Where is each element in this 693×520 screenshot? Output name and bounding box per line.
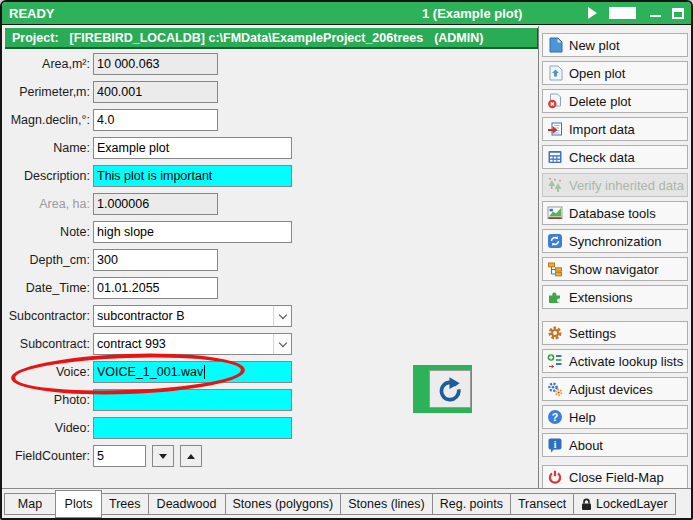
form-row: Magn.declin,°: bbox=[2, 109, 432, 131]
note-input[interactable] bbox=[93, 221, 292, 243]
photo-field[interactable] bbox=[93, 389, 292, 411]
sidebar-button-label: Extensions bbox=[569, 290, 633, 305]
subcontractor-value[interactable] bbox=[94, 306, 273, 326]
sidebar-button-label: Help bbox=[569, 410, 596, 425]
new-plot-button[interactable]: New plot bbox=[542, 33, 688, 57]
form-row: Subcontractor: bbox=[2, 305, 432, 327]
datetime-input[interactable] bbox=[93, 277, 218, 299]
sidebar-button-label: Adjust devices bbox=[569, 382, 653, 397]
verify-inherited-data-button: Verify inherited data bbox=[542, 173, 688, 197]
tab-plots[interactable]: Plots bbox=[55, 490, 102, 518]
text-caret bbox=[204, 365, 205, 379]
help-button[interactable]: ? Help bbox=[542, 405, 688, 429]
close-field-map-button[interactable]: Close Field-Map bbox=[542, 465, 688, 489]
depth-input[interactable] bbox=[93, 249, 218, 271]
tab-reg-points[interactable]: Reg. points bbox=[432, 493, 511, 515]
chevron-down-icon[interactable] bbox=[273, 334, 291, 354]
chevron-down-icon[interactable] bbox=[273, 306, 291, 326]
fieldcounter-label: FieldCounter: bbox=[2, 449, 90, 463]
tab-deadwood[interactable]: Deadwood bbox=[148, 493, 226, 515]
activate-lookup-lists-icon bbox=[547, 353, 563, 369]
sidebar-button-label: Delete plot bbox=[569, 94, 631, 109]
sidebar-button-label: New plot bbox=[569, 38, 620, 53]
restore-button[interactable] bbox=[672, 8, 684, 19]
fieldcounter-input[interactable] bbox=[93, 445, 146, 467]
delete-plot-icon bbox=[547, 93, 563, 109]
area-ha-label: Area, ha: bbox=[2, 197, 90, 211]
new-plot-icon bbox=[547, 37, 563, 53]
check-data-button[interactable]: Check data bbox=[542, 145, 688, 169]
show-navigator-button[interactable]: Show navigator bbox=[542, 257, 688, 281]
close-field-map-icon bbox=[547, 469, 563, 485]
project-label: Project: bbox=[12, 31, 59, 45]
tab-trees[interactable]: Trees bbox=[101, 493, 149, 515]
tab-stones-polygons[interactable]: Stones (polygons) bbox=[225, 493, 342, 515]
sidebar-button-label: Verify inherited data bbox=[569, 178, 684, 193]
tab-stones-lines[interactable]: Stones (lines) bbox=[340, 493, 432, 515]
minimize-button[interactable] bbox=[650, 15, 661, 17]
magn-declin-input[interactable] bbox=[93, 109, 218, 131]
extensions-button[interactable]: Extensions bbox=[542, 285, 688, 309]
magn-declin-label: Magn.declin,°: bbox=[2, 113, 90, 127]
voice-label: Voice: bbox=[2, 365, 90, 379]
import-data-icon bbox=[547, 121, 563, 137]
form-row: Description: bbox=[2, 165, 432, 187]
delete-plot-button[interactable]: Delete plot bbox=[542, 89, 688, 113]
form-row: Area,m²: bbox=[2, 53, 432, 75]
form-row: Perimeter,m: bbox=[2, 81, 432, 103]
tab-lockedlayer[interactable]: LockedLayer bbox=[573, 493, 676, 515]
project-bar: Project: [FIREBIRD_LOCALDB] c:\FMData\Ex… bbox=[5, 28, 538, 49]
show-navigator-icon bbox=[547, 261, 563, 277]
project-user: (ADMIN) bbox=[434, 31, 483, 45]
triangle-up-icon bbox=[187, 454, 195, 459]
description-label: Description: bbox=[2, 169, 90, 183]
form-row: Area, ha: bbox=[2, 193, 432, 215]
about-button[interactable]: i About bbox=[542, 433, 688, 457]
tab-transect[interactable]: Transect bbox=[510, 493, 574, 515]
form-row: Subcontract: bbox=[2, 333, 432, 355]
subcontract-select[interactable] bbox=[93, 333, 292, 355]
sidebar: New plot Open plot Delete plot Import da… bbox=[538, 26, 691, 489]
lock-icon bbox=[581, 498, 592, 511]
adjust-devices-icon bbox=[547, 381, 563, 397]
form-row: Name: bbox=[2, 137, 432, 159]
database-tools-icon bbox=[547, 205, 563, 221]
description-input[interactable] bbox=[93, 165, 292, 187]
activate-lookup-lists-button[interactable]: Activate lookup lists bbox=[542, 349, 688, 373]
video-field[interactable] bbox=[93, 417, 292, 439]
sidebar-button-label: Show navigator bbox=[569, 262, 659, 277]
svg-text:i: i bbox=[554, 440, 557, 450]
refresh-button[interactable] bbox=[429, 370, 471, 408]
photo-label: Photo: bbox=[2, 393, 90, 407]
note-label: Note: bbox=[2, 225, 90, 239]
form-row: Date_Time: bbox=[2, 277, 432, 299]
form-row: FieldCounter: bbox=[2, 445, 432, 467]
triangle-down-icon bbox=[159, 454, 167, 459]
voice-field[interactable]: VOICE_1_001.wav bbox=[93, 361, 292, 383]
settings-button[interactable]: Settings bbox=[542, 321, 688, 345]
synchronization-button[interactable]: Synchronization bbox=[542, 229, 688, 253]
video-label: Video: bbox=[2, 421, 90, 435]
depth-label: Depth_cm: bbox=[2, 253, 90, 267]
database-tools-button[interactable]: Database tools bbox=[542, 201, 688, 225]
svg-text:?: ? bbox=[552, 411, 558, 423]
area-m2-input bbox=[93, 53, 218, 75]
name-input[interactable] bbox=[93, 137, 292, 159]
sidebar-button-label: Open plot bbox=[569, 66, 625, 81]
play-icon[interactable] bbox=[588, 7, 597, 19]
open-plot-icon bbox=[547, 65, 563, 81]
fieldcounter-down-button[interactable] bbox=[152, 445, 174, 467]
import-data-button[interactable]: Import data bbox=[542, 117, 688, 141]
about-icon: i bbox=[547, 437, 563, 453]
subcontractor-select[interactable] bbox=[93, 305, 292, 327]
tab-map[interactable]: Map bbox=[4, 493, 56, 515]
fieldcounter-up-button[interactable] bbox=[180, 445, 202, 467]
subcontract-value[interactable] bbox=[94, 334, 273, 354]
form-row: Video: bbox=[2, 417, 432, 439]
sidebar-button-label: Synchronization bbox=[569, 234, 662, 249]
refresh-highlight bbox=[413, 365, 472, 413]
adjust-devices-button[interactable]: Adjust devices bbox=[542, 377, 688, 401]
open-plot-button[interactable]: Open plot bbox=[542, 61, 688, 85]
titlebar-blank-indicator bbox=[609, 7, 636, 19]
help-icon: ? bbox=[547, 409, 563, 425]
